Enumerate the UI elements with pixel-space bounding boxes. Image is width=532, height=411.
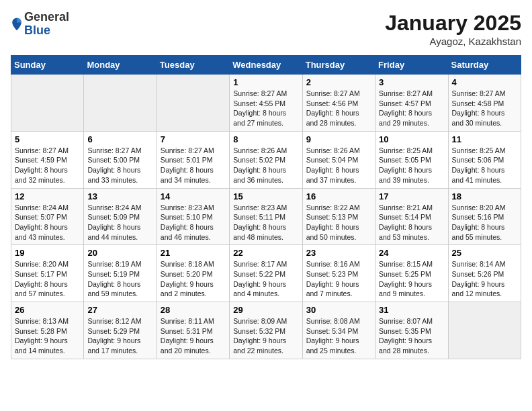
day-number: 13 bbox=[87, 191, 152, 201]
day-number: 5 bbox=[15, 134, 80, 144]
weekday-header-row: SundayMondayTuesdayWednesdayThursdayFrid… bbox=[11, 56, 521, 75]
day-number: 21 bbox=[161, 248, 226, 258]
day-number: 8 bbox=[233, 134, 298, 144]
page-header: General Blue January 2025 Ayagoz, Kazakh… bbox=[11, 11, 521, 47]
calendar-cell: 18Sunrise: 8:20 AMSunset: 5:16 PMDayligh… bbox=[448, 188, 521, 245]
day-info: Sunrise: 8:15 AMSunset: 5:25 PMDaylight:… bbox=[379, 259, 444, 299]
day-number: 9 bbox=[306, 134, 371, 144]
day-info: Sunrise: 8:23 AMSunset: 5:10 PMDaylight:… bbox=[161, 203, 226, 242]
calendar-cell: 5Sunrise: 8:27 AMSunset: 4:59 PMDaylight… bbox=[11, 131, 84, 188]
day-info: Sunrise: 8:08 AMSunset: 5:34 PMDaylight:… bbox=[306, 316, 371, 356]
day-number: 23 bbox=[306, 248, 371, 258]
day-number: 7 bbox=[161, 134, 226, 144]
month-title: January 2025 bbox=[385, 11, 521, 36]
day-info: Sunrise: 8:23 AMSunset: 5:11 PMDaylight:… bbox=[233, 203, 298, 242]
day-info: Sunrise: 8:20 AMSunset: 5:17 PMDaylight:… bbox=[15, 259, 80, 299]
week-row-2: 5Sunrise: 8:27 AMSunset: 4:59 PMDaylight… bbox=[11, 131, 521, 188]
day-number: 12 bbox=[15, 191, 80, 201]
week-row-5: 26Sunrise: 8:13 AMSunset: 5:28 PMDayligh… bbox=[11, 302, 521, 359]
day-info: Sunrise: 8:07 AMSunset: 5:35 PMDaylight:… bbox=[379, 316, 444, 356]
calendar-cell bbox=[157, 75, 229, 132]
day-number: 28 bbox=[161, 305, 226, 315]
weekday-header-thursday: Thursday bbox=[302, 56, 375, 75]
calendar-cell: 1Sunrise: 8:27 AMSunset: 4:55 PMDaylight… bbox=[230, 75, 302, 132]
day-info: Sunrise: 8:27 AMSunset: 4:58 PMDaylight:… bbox=[452, 89, 517, 128]
calendar-cell: 13Sunrise: 8:24 AMSunset: 5:09 PMDayligh… bbox=[84, 188, 157, 245]
calendar-cell: 20Sunrise: 8:19 AMSunset: 5:19 PMDayligh… bbox=[84, 245, 157, 302]
day-number: 14 bbox=[161, 191, 226, 201]
day-info: Sunrise: 8:18 AMSunset: 5:20 PMDaylight:… bbox=[161, 259, 226, 299]
day-info: Sunrise: 8:27 AMSunset: 4:56 PMDaylight:… bbox=[306, 89, 371, 128]
day-number: 17 bbox=[379, 191, 444, 201]
day-number: 22 bbox=[233, 248, 298, 258]
day-number: 4 bbox=[452, 77, 517, 87]
calendar-cell: 27Sunrise: 8:12 AMSunset: 5:29 PMDayligh… bbox=[84, 302, 157, 359]
day-number: 1 bbox=[233, 77, 298, 87]
calendar-cell: 19Sunrise: 8:20 AMSunset: 5:17 PMDayligh… bbox=[11, 245, 84, 302]
day-number: 25 bbox=[452, 248, 517, 258]
calendar-cell: 12Sunrise: 8:24 AMSunset: 5:07 PMDayligh… bbox=[11, 188, 84, 245]
calendar-cell: 17Sunrise: 8:21 AMSunset: 5:14 PMDayligh… bbox=[375, 188, 448, 245]
day-info: Sunrise: 8:13 AMSunset: 5:28 PMDaylight:… bbox=[15, 316, 80, 356]
calendar-cell: 3Sunrise: 8:27 AMSunset: 4:57 PMDaylight… bbox=[375, 75, 448, 132]
week-row-3: 12Sunrise: 8:24 AMSunset: 5:07 PMDayligh… bbox=[11, 188, 521, 245]
logo-general: General bbox=[24, 11, 69, 24]
calendar-cell: 11Sunrise: 8:25 AMSunset: 5:06 PMDayligh… bbox=[448, 131, 521, 188]
calendar-cell bbox=[11, 75, 84, 132]
calendar-cell: 30Sunrise: 8:08 AMSunset: 5:34 PMDayligh… bbox=[302, 302, 375, 359]
location: Ayagoz, Kazakhstan bbox=[385, 36, 521, 47]
day-info: Sunrise: 8:17 AMSunset: 5:22 PMDaylight:… bbox=[233, 259, 298, 299]
calendar-cell: 26Sunrise: 8:13 AMSunset: 5:28 PMDayligh… bbox=[11, 302, 84, 359]
calendar-cell: 22Sunrise: 8:17 AMSunset: 5:22 PMDayligh… bbox=[230, 245, 302, 302]
calendar-cell: 21Sunrise: 8:18 AMSunset: 5:20 PMDayligh… bbox=[157, 245, 229, 302]
weekday-header-sunday: Sunday bbox=[11, 56, 84, 75]
day-info: Sunrise: 8:14 AMSunset: 5:26 PMDaylight:… bbox=[452, 259, 517, 299]
calendar: SundayMondayTuesdayWednesdayThursdayFrid… bbox=[11, 55, 521, 359]
day-number: 2 bbox=[306, 77, 371, 87]
calendar-cell: 7Sunrise: 8:27 AMSunset: 5:01 PMDaylight… bbox=[157, 131, 229, 188]
calendar-cell: 23Sunrise: 8:16 AMSunset: 5:23 PMDayligh… bbox=[302, 245, 375, 302]
day-info: Sunrise: 8:24 AMSunset: 5:07 PMDaylight:… bbox=[15, 203, 80, 242]
day-number: 26 bbox=[15, 305, 80, 315]
day-number: 16 bbox=[306, 191, 371, 201]
weekday-header-friday: Friday bbox=[375, 56, 448, 75]
day-number: 19 bbox=[15, 248, 80, 258]
calendar-cell: 9Sunrise: 8:26 AMSunset: 5:04 PMDaylight… bbox=[302, 131, 375, 188]
day-number: 11 bbox=[452, 134, 517, 144]
day-number: 24 bbox=[379, 248, 444, 258]
logo: General Blue bbox=[11, 11, 69, 38]
day-info: Sunrise: 8:16 AMSunset: 5:23 PMDaylight:… bbox=[306, 259, 371, 299]
calendar-cell bbox=[84, 75, 157, 132]
calendar-cell: 31Sunrise: 8:07 AMSunset: 5:35 PMDayligh… bbox=[375, 302, 448, 359]
calendar-cell: 8Sunrise: 8:26 AMSunset: 5:02 PMDaylight… bbox=[230, 131, 302, 188]
calendar-cell: 2Sunrise: 8:27 AMSunset: 4:56 PMDaylight… bbox=[302, 75, 375, 132]
logo-blue: Blue bbox=[24, 24, 69, 38]
day-number: 3 bbox=[379, 77, 444, 87]
day-info: Sunrise: 8:24 AMSunset: 5:09 PMDaylight:… bbox=[87, 203, 152, 242]
day-info: Sunrise: 8:26 AMSunset: 5:04 PMDaylight:… bbox=[306, 146, 371, 185]
calendar-cell: 15Sunrise: 8:23 AMSunset: 5:11 PMDayligh… bbox=[230, 188, 302, 245]
weekday-header-saturday: Saturday bbox=[448, 56, 521, 75]
day-info: Sunrise: 8:27 AMSunset: 4:59 PMDaylight:… bbox=[15, 146, 80, 185]
weekday-header-monday: Monday bbox=[84, 56, 157, 75]
day-info: Sunrise: 8:27 AMSunset: 5:00 PMDaylight:… bbox=[87, 146, 152, 185]
day-info: Sunrise: 8:27 AMSunset: 5:01 PMDaylight:… bbox=[161, 146, 226, 185]
calendar-cell: 29Sunrise: 8:09 AMSunset: 5:32 PMDayligh… bbox=[230, 302, 302, 359]
day-info: Sunrise: 8:25 AMSunset: 5:06 PMDaylight:… bbox=[452, 146, 517, 185]
calendar-cell: 6Sunrise: 8:27 AMSunset: 5:00 PMDaylight… bbox=[84, 131, 157, 188]
day-info: Sunrise: 8:09 AMSunset: 5:32 PMDaylight:… bbox=[233, 316, 298, 356]
day-number: 15 bbox=[233, 191, 298, 201]
calendar-cell: 14Sunrise: 8:23 AMSunset: 5:10 PMDayligh… bbox=[157, 188, 229, 245]
calendar-cell: 25Sunrise: 8:14 AMSunset: 5:26 PMDayligh… bbox=[448, 245, 521, 302]
day-number: 30 bbox=[306, 305, 371, 315]
day-info: Sunrise: 8:19 AMSunset: 5:19 PMDaylight:… bbox=[87, 259, 152, 299]
week-row-1: 1Sunrise: 8:27 AMSunset: 4:55 PMDaylight… bbox=[11, 75, 521, 132]
day-number: 20 bbox=[87, 248, 152, 258]
calendar-cell bbox=[448, 302, 521, 359]
title-block: January 2025 Ayagoz, Kazakhstan bbox=[385, 11, 521, 47]
day-number: 18 bbox=[452, 191, 517, 201]
day-info: Sunrise: 8:11 AMSunset: 5:31 PMDaylight:… bbox=[161, 316, 226, 356]
calendar-cell: 16Sunrise: 8:22 AMSunset: 5:13 PMDayligh… bbox=[302, 188, 375, 245]
day-info: Sunrise: 8:25 AMSunset: 5:05 PMDaylight:… bbox=[379, 146, 444, 185]
day-info: Sunrise: 8:22 AMSunset: 5:13 PMDaylight:… bbox=[306, 203, 371, 242]
